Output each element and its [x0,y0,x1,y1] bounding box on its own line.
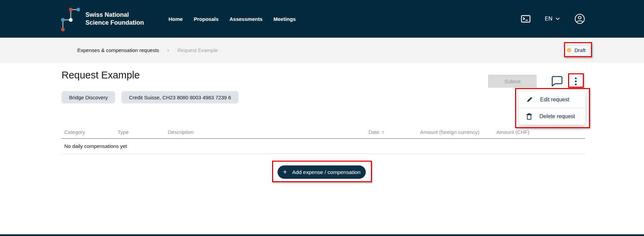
table-empty-state: No daily compensations yet [62,139,585,154]
breadcrumb-parent-link[interactable]: Expenses & compensation requests [77,47,159,53]
status-badge-label: Draft [574,47,586,53]
col-header-type: Type [118,129,129,135]
language-selector[interactable]: EN [545,16,560,22]
submit-button[interactable]: Submit [488,75,537,88]
nav-home[interactable]: Home [168,14,184,24]
kebab-dot [575,77,577,79]
col-header-category: Category [64,129,85,135]
snsf-logo-text: Swiss National Science Foundation [85,11,144,27]
chevron-down-icon [555,17,560,20]
plus-icon: + [283,168,287,175]
expenses-table: Category Type Description Date↑ Amount (… [62,124,585,154]
kebab-dot [575,80,577,82]
request-tags: Bridge Discovery Credit Suisse, CH23 808… [62,91,239,103]
language-label: EN [545,16,552,22]
add-expense-label: Add expense / compensation [292,169,361,175]
nav-proposals[interactable]: Proposals [193,14,219,24]
status-badge: Draft [561,45,591,56]
add-expense-button[interactable]: + Add expense / compensation [278,165,366,179]
pencil-icon [526,96,533,103]
menu-item-label: Edit request [540,97,569,103]
col-header-amount-chf: Amount (CHF) [496,129,529,135]
breadcrumb-band: Expenses & compensation requests › Reque… [0,38,644,63]
col-header-description: Description [168,129,193,135]
empty-state-message: No daily compensations yet [64,143,127,149]
terminal-icon[interactable] [521,15,531,23]
footer-edge [0,234,644,236]
main-navigation: Home Proposals Assessments Meetings [168,14,296,24]
navbar-right-controls: EN [521,13,585,24]
table-header-row: Category Type Description Date↑ Amount (… [62,124,585,139]
breadcrumb: Expenses & compensation requests › Reque… [77,38,218,63]
nav-meetings[interactable]: Meetings [273,14,296,24]
sort-ascending-icon: ↑ [382,129,385,135]
comments-icon[interactable] [550,75,563,87]
logo-line-1: Swiss National [85,11,129,18]
kebab-dot [575,84,577,85]
context-menu: Edit request Delete request [519,91,585,125]
top-navbar: Swiss National Science Foundation Home P… [0,0,644,38]
nav-assessments[interactable]: Assessments [229,14,263,24]
breadcrumb-current: Request Example [177,47,218,53]
bank-account-chip: Credit Suisse, CH23 8080 8003 4983 7239 … [121,91,239,103]
account-icon[interactable] [574,13,585,24]
page-title: Request Example [62,70,140,81]
snsf-logo[interactable]: Swiss National Science Foundation [61,5,144,32]
col-header-amount-foreign: Amount (foreign currency) [420,129,479,135]
snsf-logo-icon [61,5,80,32]
status-dot-icon [567,48,571,52]
funding-scheme-chip: Bridge Discovery [62,91,115,103]
menu-item-delete-request[interactable]: Delete request [519,108,585,125]
menu-item-edit-request[interactable]: Edit request [519,91,585,108]
date-header-label: Date [368,129,379,135]
logo-line-2: Science Foundation [85,19,144,26]
trash-icon [526,113,532,120]
breadcrumb-separator-icon: › [167,47,169,54]
menu-item-label: Delete request [539,113,575,120]
kebab-menu-icon[interactable] [571,75,580,87]
col-header-date[interactable]: Date↑ [368,129,384,135]
